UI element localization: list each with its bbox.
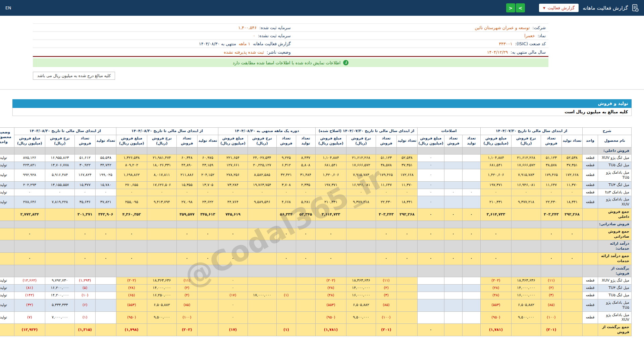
- value-cell: [444, 324, 462, 336]
- value-cell: [541, 221, 562, 228]
- value-cell: ۱,۳۲۶,۵۳۸: [116, 155, 147, 162]
- value-cell: [462, 196, 480, 208]
- column-header: تعداد تولید: [95, 135, 116, 147]
- value-cell: ۱۷۹,۴۶۵: [376, 169, 396, 182]
- value-cell: [296, 265, 315, 277]
- value-cell: ۹,۴۱۳,۷۹۴: [147, 196, 176, 208]
- value-cell: ۹,۵۰۰,۰۰۰: [512, 311, 541, 324]
- value-cell: (۱,۷۸۱): [315, 324, 346, 336]
- next-report-button[interactable]: >: [516, 3, 525, 12]
- value-cell: [315, 265, 346, 277]
- value-cell: [396, 265, 417, 277]
- table-row: جمع درآمد ارائه خدمات۰۰۰۰۰۰۰۰۰۰۰۰۰۰۰۰۰۰: [0, 253, 632, 265]
- value-cell: ۰: [444, 208, 462, 221]
- value-cell: ۱۷۲,۶۶۸: [562, 169, 583, 182]
- value-cell: ۳۴۵,۶۱۳: [197, 208, 218, 221]
- value-cell: [14, 265, 45, 277]
- registered-capital-value: ۱,۴۰۰,۵۴۶: [238, 25, 257, 30]
- column-header: نرخ فروش (ریال): [248, 135, 276, 147]
- language-switch-en[interactable]: EN: [5, 5, 11, 10]
- value-cell: ۶۸۱,۵۴۱: [315, 162, 346, 169]
- value-cell: [444, 196, 462, 208]
- table-row: میل لنگ پژو XUVقطعه(۱۱)۱۸,۳۶۳,۶۳۶(۲۰۲)(۱…: [0, 277, 632, 285]
- value-cell: ۰: [562, 253, 583, 265]
- section-label: برگشت از فروش:: [598, 265, 632, 277]
- value-cell: ۰: [296, 228, 315, 240]
- value-cell: [444, 155, 462, 162]
- value-cell: [197, 299, 218, 311]
- value-cell: [147, 147, 176, 155]
- value-cell: (۲۰۱): [376, 324, 396, 336]
- value-cell: [376, 265, 396, 277]
- product-name-cell: میل لنگ TU۵: [598, 292, 632, 299]
- unit-cell: قطعه: [583, 277, 598, 285]
- registered-capital-pair: سرمایه ثبت شده: ۱,۴۰۰,۵۴۶: [36, 25, 291, 30]
- value-cell: [147, 265, 176, 277]
- value-cell: [296, 324, 315, 336]
- value-cell: (۱): [74, 311, 95, 324]
- value-cell: ۷۴۵,۶۱۹: [218, 208, 248, 221]
- value-cell: ۵۲,۵۳۸: [562, 155, 583, 162]
- value-cell: ۱۵,۳۷۷: [74, 181, 95, 189]
- value-cell: ۱,۴۲۰,۶۰۶: [480, 169, 511, 182]
- value-cell: [562, 240, 583, 253]
- prev-report-button[interactable]: <: [506, 3, 515, 12]
- value-cell: [218, 147, 248, 155]
- value-cell: [376, 147, 396, 155]
- unit-cell: [583, 147, 598, 155]
- value-cell: ۶۰,۹۷۵: [197, 155, 218, 162]
- value-cell: [346, 265, 376, 277]
- value-cell: [147, 324, 176, 336]
- value-cell: (۵۵۳): [480, 299, 511, 311]
- value-cell: [116, 240, 147, 253]
- product-name-cell: میل بادامک پژو TU۵: [598, 299, 632, 311]
- value-cell: ۰: [218, 285, 248, 292]
- report-type-dropdown[interactable]: گزارش فعالیت ▼: [539, 4, 579, 12]
- value-cell: [197, 265, 218, 277]
- value-cell: [176, 147, 197, 155]
- value-cell: ۰: [480, 189, 511, 196]
- status-cell: تولید: [0, 181, 14, 189]
- value-cell: [346, 208, 376, 221]
- desc-group-header: شرح: [583, 128, 632, 135]
- value-cell: ۳۷,۳۵۱: [396, 162, 417, 169]
- value-cell: ۳۰۳,۲۴۳: [541, 208, 562, 221]
- value-cell: ۴۲۳,۸۴۱: [14, 162, 45, 169]
- value-cell: ۲۹۲,۲۶۸: [396, 208, 417, 221]
- value-cell: [248, 240, 276, 253]
- value-cell: [248, 221, 276, 228]
- value-cell: ۹,۳۷۷,۲۱۸: [512, 196, 541, 208]
- section-label: فروش صادراتی:: [598, 221, 632, 228]
- value-cell: ۱۷,۶۶۶,۵۷۲: [346, 162, 376, 169]
- value-cell: ۴,۳۶۰,۳۵۲: [116, 208, 147, 221]
- value-cell: ۰: [315, 228, 346, 240]
- value-cell: ۰: [417, 169, 444, 182]
- column-header: تعداد تولید: [562, 135, 583, 147]
- value-cell: ۲۹۲,۲۶۸: [562, 208, 583, 221]
- column-header: تعداد فروش: [541, 135, 562, 147]
- column-group-header: اصلاحات: [417, 128, 480, 135]
- value-cell: (۲): [376, 285, 396, 292]
- value-cell: [248, 265, 276, 277]
- value-cell: ۰: [176, 228, 197, 240]
- unit-cell: قطعه: [583, 169, 598, 182]
- value-cell: (۱): [276, 324, 296, 336]
- value-cell: ۱۳,۷۰۵: [197, 181, 218, 189]
- value-cell: ۰: [512, 189, 541, 196]
- unit-cell: قطعه: [583, 292, 598, 299]
- value-cell: ۰: [197, 253, 218, 265]
- table-row: فروش داخلی:: [0, 147, 632, 155]
- value-cell: [396, 311, 417, 324]
- product-name-cell: میل لنگ TU۳: [598, 181, 632, 189]
- value-cell: [116, 147, 147, 155]
- value-cell: ۰: [444, 189, 462, 196]
- value-cell: ۰: [417, 155, 444, 162]
- value-cell: ۰: [218, 277, 248, 285]
- value-cell: [346, 324, 376, 336]
- value-cell: [396, 324, 417, 336]
- table-row: میل بادامک پژو TU۵قطعه۱۷۲,۶۶۸۱۷۹,۴۶۵۷,۹۱…: [0, 169, 632, 182]
- value-cell: ۹,۵۰۰,۰۰۰: [147, 311, 176, 324]
- value-cell: ۱,۱۰۴,۸۸۴: [315, 155, 346, 162]
- column-header: تعداد تولید: [462, 135, 480, 147]
- fiscal-year-pair: سال مالی منتهی به: ۱۴۰۴/۱۲/۲۹: [291, 50, 546, 55]
